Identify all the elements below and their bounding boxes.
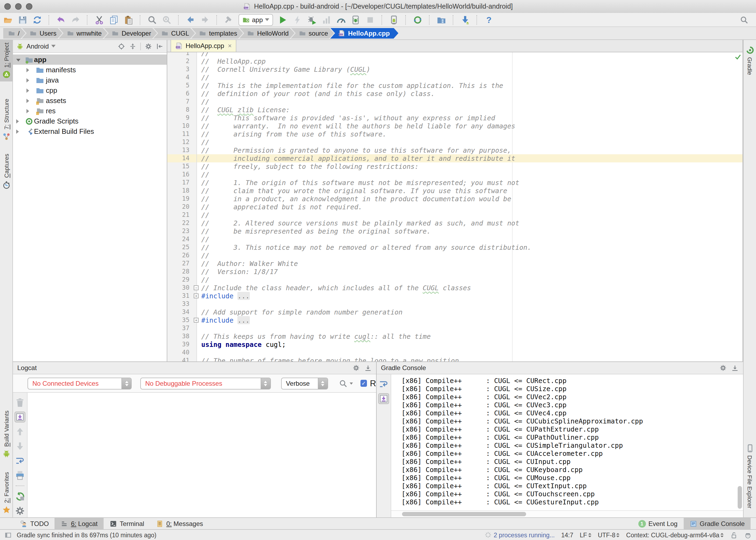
synchronize-icon[interactable] xyxy=(32,15,42,25)
project-view-selector[interactable]: Android xyxy=(26,42,49,50)
help-icon[interactable]: ? xyxy=(484,15,494,25)
logcat-settings-icon[interactable] xyxy=(15,505,25,516)
chevron-down-icon[interactable] xyxy=(350,382,353,384)
tab-todo[interactable]: TODO xyxy=(14,518,55,529)
build-context-selector[interactable]: Context: CUGL-debug-arm64-v8a xyxy=(626,532,724,538)
chevron-down-icon[interactable] xyxy=(52,45,56,48)
redo-icon[interactable] xyxy=(71,15,80,25)
scroll-to-end-icon[interactable] xyxy=(378,393,389,404)
tree-item-cpp[interactable]: cpp xyxy=(13,85,167,95)
collapse-arrow-icon[interactable] xyxy=(26,109,29,113)
search-everywhere-icon[interactable] xyxy=(740,15,748,24)
sidebar-item-device-file-explorer[interactable]: Device File Explorer xyxy=(744,441,756,511)
collapse-arrow-icon[interactable] xyxy=(16,129,19,134)
breadcrumb-item[interactable]: HelloWorld xyxy=(239,28,295,39)
tab-event-log[interactable]: 1 Event Log xyxy=(632,518,683,529)
run-icon[interactable] xyxy=(278,15,288,25)
hide-panel-icon[interactable] xyxy=(364,364,372,372)
sidebar-item-favorites[interactable]: 2: Favorites xyxy=(0,469,12,517)
encoding-selector[interactable]: UTF-8 xyxy=(598,532,620,538)
print-icon[interactable] xyxy=(15,470,25,481)
debug-icon[interactable] xyxy=(307,15,317,25)
gradle-sync-icon[interactable] xyxy=(413,15,422,25)
stop-icon[interactable] xyxy=(365,15,375,25)
collapse-arrow-icon[interactable] xyxy=(16,119,19,124)
regex-checkbox[interactable]: ✓ xyxy=(360,380,367,387)
find-icon[interactable] xyxy=(147,15,157,25)
breadcrumb-item[interactable]: Users xyxy=(22,28,63,39)
log-level-selector[interactable]: Verbose xyxy=(281,377,328,389)
gear-icon[interactable] xyxy=(145,42,152,50)
breadcrumb-item[interactable]: wmwhite xyxy=(59,28,107,39)
collapse-arrow-icon[interactable] xyxy=(26,99,29,103)
next-stack-trace-icon[interactable] xyxy=(15,441,25,452)
fold-marker[interactable]: − xyxy=(194,285,199,290)
sidebar-item-project[interactable]: 1: Project xyxy=(0,40,12,82)
breadcrumb-item[interactable]: templates xyxy=(191,28,243,39)
breadcrumb-item[interactable]: source xyxy=(291,28,334,39)
device-selector[interactable]: No Connected Devices xyxy=(28,377,132,389)
hide-panel-icon[interactable] xyxy=(731,364,739,372)
scroll-to-end-icon[interactable] xyxy=(15,412,25,422)
editor[interactable]: C++ HelloApp.cpp × 1//2// HelloApp.cpp3/… xyxy=(167,40,743,361)
tool-window-toggle-icon[interactable] xyxy=(4,531,12,539)
gear-icon[interactable] xyxy=(352,364,360,372)
collapse-arrow-icon[interactable] xyxy=(26,78,29,82)
tab-helloapp-cpp[interactable]: C++ HelloApp.cpp × xyxy=(171,39,236,52)
restart-logcat-icon[interactable] xyxy=(15,491,25,502)
sidebar-item-build-variants[interactable]: Build Variants xyxy=(0,408,12,461)
clear-logcat-icon[interactable] xyxy=(15,397,25,408)
tab-terminal[interactable]: Terminal xyxy=(104,518,150,529)
caret-position[interactable]: 14:7 xyxy=(561,532,573,538)
lock-icon[interactable] xyxy=(730,531,738,539)
sidebar-item-captures[interactable]: Captures xyxy=(0,151,12,192)
tab-messages[interactable]: 0: Messages xyxy=(150,518,209,529)
attach-debugger-icon[interactable] xyxy=(351,15,361,25)
vertical-scrollbar-thumb[interactable] xyxy=(738,486,742,509)
tree-item-external-build-files[interactable]: External Build Files xyxy=(13,126,167,136)
prev-stack-trace-icon[interactable] xyxy=(15,426,25,437)
avd-manager-icon[interactable] xyxy=(389,15,399,25)
collapse-arrow-icon[interactable] xyxy=(26,68,29,72)
hide-panel-icon[interactable] xyxy=(156,42,164,50)
inspection-profile-icon[interactable] xyxy=(744,531,752,539)
sidebar-item-structure[interactable]: 7: Structure xyxy=(0,96,12,144)
locate-file-icon[interactable] xyxy=(118,42,125,50)
fold-marker[interactable]: + xyxy=(194,293,199,298)
tree-item-manifests[interactable]: manifests xyxy=(13,65,167,75)
find-replace-icon[interactable]: A xyxy=(162,15,172,25)
logcat-output[interactable] xyxy=(28,393,376,517)
collapse-all-icon[interactable] xyxy=(129,42,136,50)
navigate-forward-icon[interactable] xyxy=(200,15,210,25)
tree-item-res[interactable]: res xyxy=(13,106,167,116)
soft-wrap-icon[interactable] xyxy=(15,455,25,466)
make-project-icon[interactable] xyxy=(224,15,234,25)
close-icon[interactable]: × xyxy=(228,42,232,50)
breadcrumb-item[interactable]: Developer xyxy=(104,28,157,39)
tree-item-app[interactable]: app xyxy=(13,55,167,65)
gear-icon[interactable] xyxy=(719,364,727,372)
tree-item-gradle-scripts[interactable]: Gradle Scripts xyxy=(13,116,167,126)
open-file-icon[interactable] xyxy=(3,15,13,25)
scrollbar-thumb[interactable] xyxy=(402,512,526,516)
search-icon[interactable] xyxy=(339,379,347,388)
gradle-console-output[interactable]: [x86] Compile++ : CUGL <= CURect.cpp [x8… xyxy=(391,374,743,511)
fold-marker[interactable]: + xyxy=(194,318,199,322)
navigate-back-icon[interactable] xyxy=(186,15,195,25)
apply-changes-icon[interactable] xyxy=(292,15,302,25)
project-structure-icon[interactable] xyxy=(437,15,446,25)
tab-logcat[interactable]: 6: Logcat xyxy=(55,518,104,529)
editor-body[interactable]: 1//2// HelloApp.cpp3// Cornell Universit… xyxy=(167,52,742,361)
breadcrumb-item[interactable]: / xyxy=(3,28,26,39)
copy-icon[interactable] xyxy=(109,15,119,25)
sidebar-item-gradle[interactable]: Gradle xyxy=(744,43,756,78)
expand-arrow-icon[interactable] xyxy=(16,59,21,62)
sdk-manager-icon[interactable] xyxy=(460,15,470,25)
profile-icon[interactable] xyxy=(322,15,331,25)
collapse-arrow-icon[interactable] xyxy=(26,88,29,93)
background-tasks[interactable]: 2 processes running... xyxy=(485,531,555,538)
soft-wrap-icon[interactable] xyxy=(378,379,389,389)
breadcrumb-item[interactable]: CUGL xyxy=(153,28,195,39)
line-separator-selector[interactable]: LF xyxy=(580,532,591,538)
breadcrumb-item-selected[interactable]: C++HelloApp.cpp xyxy=(330,28,398,39)
